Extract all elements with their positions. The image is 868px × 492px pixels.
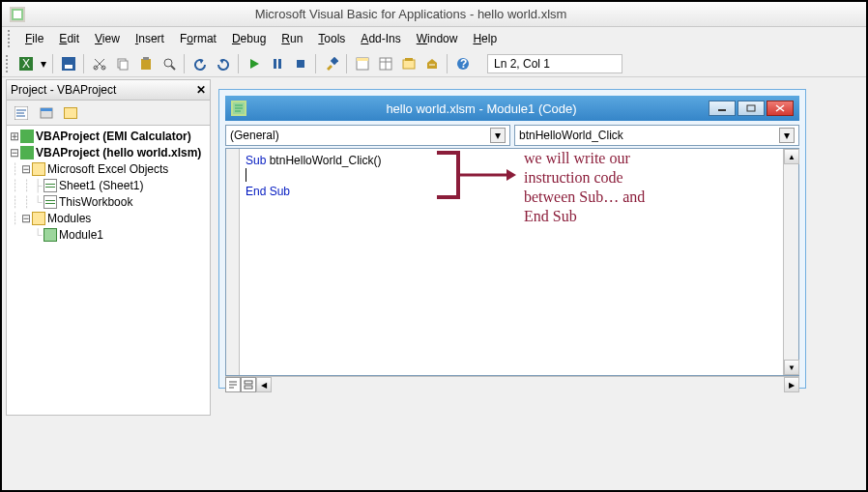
menu-run[interactable]: Run [274, 30, 310, 47]
svg-rect-33 [41, 108, 52, 111]
tree-sheet1[interactable]: ┊┊├ Sheet1 (Sheet1) [9, 177, 208, 193]
code-margin [226, 149, 240, 375]
object-dropdown[interactable]: (General) ▾ [225, 125, 510, 146]
menu-view[interactable]: View [87, 30, 128, 47]
view-excel-button[interactable]: X [15, 53, 37, 74]
annotation-text: we will write our instruction code betwe… [524, 149, 698, 226]
scroll-left-button[interactable]: ◀ [256, 377, 272, 392]
scroll-down-button[interactable]: ▼ [784, 360, 799, 375]
object-dropdown-value: (General) [230, 129, 490, 142]
copy-button[interactable] [112, 53, 133, 74]
object-browser-button[interactable] [398, 53, 420, 74]
svg-text:?: ? [460, 57, 467, 71]
project-pane-title: Project - VBAProject [11, 83, 116, 97]
svg-rect-10 [141, 59, 151, 70]
menu-edit[interactable]: Edit [51, 30, 87, 47]
main-toolbar: X ▾ ? Ln 2, Col 1 [2, 50, 866, 77]
horizontal-scrollbar[interactable]: ◀ ▶ [225, 376, 799, 391]
menu-help[interactable]: Help [465, 30, 505, 47]
svg-line-13 [171, 66, 175, 70]
paste-button[interactable] [135, 53, 157, 74]
menu-addins[interactable]: Add-Ins [353, 30, 408, 47]
project-pane-close-button[interactable]: ✕ [196, 83, 206, 97]
svg-point-12 [164, 59, 172, 67]
text-cursor [246, 168, 246, 182]
keyword: End Sub [246, 185, 290, 198]
tree-project-2[interactable]: ⊟ VBAProject (hello world.xlsm) [9, 144, 208, 160]
chevron-down-icon: ▾ [779, 128, 795, 143]
design-mode-button[interactable] [321, 53, 342, 74]
svg-text:X: X [22, 57, 30, 71]
project-explorer-button[interactable] [352, 53, 373, 74]
tree-module1[interactable]: └ Module1 [9, 226, 208, 243]
tree-folder-excel[interactable]: ┊⊟ Microsoft Excel Objects [9, 160, 208, 177]
svg-rect-44 [245, 386, 252, 389]
find-button[interactable] [159, 53, 180, 74]
save-button[interactable] [58, 53, 79, 74]
menu-file[interactable]: File [17, 30, 51, 47]
procedure-dropdown[interactable]: btnHelloWorld_Click ▾ [514, 125, 799, 146]
project-tree[interactable]: ⊞ VBAProject (EMI Calculator) ⊟ VBAProje… [6, 126, 211, 416]
annotation-arrow [460, 166, 518, 184]
vertical-scrollbar[interactable]: ▲ ▼ [783, 149, 798, 375]
close-button[interactable] [767, 101, 794, 116]
tree-label: VBAProject (EMI Calculator) [36, 130, 191, 143]
menu-format[interactable]: Format [172, 30, 224, 47]
help-button[interactable]: ? [452, 53, 474, 74]
reset-button[interactable] [290, 53, 311, 74]
svg-rect-14 [274, 59, 276, 69]
project-pane-toolbar [6, 101, 211, 126]
keyword: Sub [246, 154, 266, 167]
cut-button[interactable] [89, 53, 110, 74]
main-menubar: File Edit View Insert Format Debug Run T… [2, 27, 866, 50]
code-window-title: hello world.xlsm - Module1 (Code) [254, 101, 709, 116]
break-button[interactable] [267, 53, 288, 74]
scroll-up-button[interactable]: ▲ [784, 149, 799, 164]
tree-project-1[interactable]: ⊞ VBAProject (EMI Calculator) [9, 128, 208, 144]
view-object-button[interactable] [36, 102, 57, 124]
svg-rect-15 [278, 59, 281, 69]
tree-label: VBAProject (hello world.xlsm) [36, 146, 201, 159]
svg-rect-5 [65, 65, 72, 69]
menu-insert[interactable]: Insert [128, 30, 172, 47]
menu-tools[interactable]: Tools [310, 30, 353, 47]
toggle-folders-button[interactable] [61, 102, 82, 124]
undo-button[interactable] [189, 53, 211, 74]
module-icon [231, 101, 246, 116]
code-window-titlebar[interactable]: hello world.xlsm - Module1 (Code) [225, 96, 799, 121]
tree-label: ThisWorkbook [59, 195, 132, 209]
tree-label: Sheet1 (Sheet1) [59, 179, 143, 192]
procedure-dropdown-value: btnHelloWorld_Click [519, 129, 779, 142]
app-title: Microsoft Visual Basic for Applications … [33, 7, 789, 21]
procedure-view-button[interactable] [225, 377, 241, 392]
svg-rect-16 [297, 60, 304, 68]
properties-button[interactable] [375, 53, 396, 74]
project-pane-titlebar: Project - VBAProject ✕ [6, 79, 211, 101]
tree-thisworkbook[interactable]: ┊┊└ ThisWorkbook [9, 193, 208, 210]
view-code-button[interactable] [11, 102, 32, 124]
maximize-button[interactable] [738, 101, 765, 116]
svg-rect-24 [405, 58, 413, 61]
cursor-position-status: Ln 2, Col 1 [487, 54, 622, 73]
svg-rect-39 [747, 105, 755, 111]
tree-label: Module1 [59, 228, 103, 242]
toolbox-button[interactable] [421, 53, 443, 74]
minimize-button[interactable] [709, 101, 736, 116]
redo-button[interactable] [213, 53, 234, 74]
full-module-view-button[interactable] [241, 377, 256, 392]
menu-debug[interactable]: Debug [224, 30, 274, 47]
code-identifier: btnHelloWorld_Click() [266, 154, 381, 167]
project-explorer-pane: Project - VBAProject ✕ ⊞ VBAProject (EMI… [6, 79, 211, 418]
svg-rect-43 [245, 381, 252, 384]
tree-label: Microsoft Excel Objects [47, 162, 168, 176]
app-titlebar: Microsoft Visual Basic for Applications … [2, 2, 866, 27]
tree-label: Modules [47, 212, 91, 225]
chevron-down-icon: ▾ [490, 128, 506, 143]
svg-rect-23 [403, 60, 415, 69]
dropdown-split-icon[interactable]: ▾ [39, 53, 48, 74]
run-button[interactable] [244, 53, 265, 74]
tree-folder-modules[interactable]: ┊⊟ Modules [9, 210, 208, 226]
svg-rect-1 [14, 11, 21, 18]
scroll-right-button[interactable]: ▶ [784, 377, 799, 392]
menu-window[interactable]: Window [409, 30, 466, 47]
